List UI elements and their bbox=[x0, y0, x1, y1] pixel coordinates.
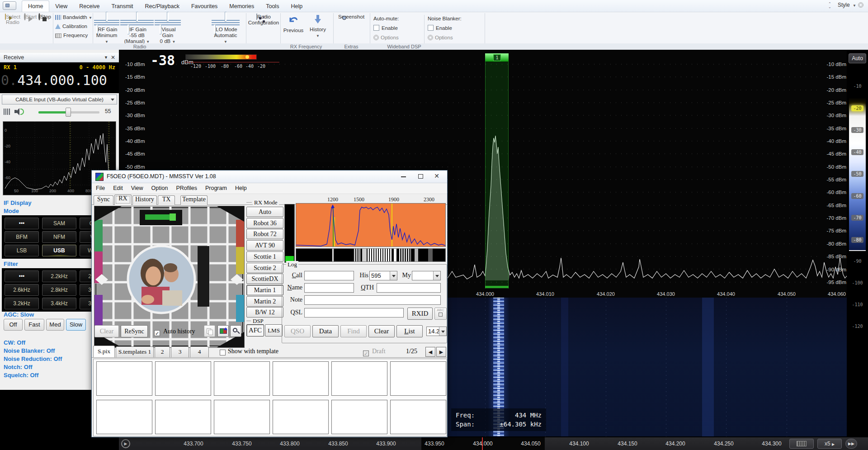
auto-mute-options-button[interactable]: Options bbox=[373, 35, 399, 40]
auto-mute-enable-checkbox[interactable]: Enable bbox=[373, 25, 398, 31]
qso-button[interactable]: QSO bbox=[284, 325, 311, 337]
mode-section-header[interactable]: Mode bbox=[4, 208, 19, 214]
notch-status[interactable]: Notch: Off bbox=[4, 364, 33, 370]
tab-2[interactable]: 2 bbox=[155, 346, 170, 357]
thumbnail-slot[interactable] bbox=[273, 400, 329, 434]
rxmode-robot72-button[interactable]: Robot 72 bbox=[246, 229, 283, 239]
name-input[interactable] bbox=[304, 283, 354, 293]
close-button[interactable]: ✕ bbox=[430, 172, 443, 181]
palette-auto-button[interactable]: Auto bbox=[849, 53, 866, 63]
noise-blanker-options-button[interactable]: Options bbox=[428, 35, 453, 40]
ribbon-collapse-icon[interactable]: ⌃⌄ bbox=[828, 2, 831, 9]
resync-button[interactable]: ReSync bbox=[121, 325, 148, 337]
abc-spellcheck-button[interactable]: ABC bbox=[434, 308, 447, 320]
audio-device-dropdown[interactable]: CABLE Input (VB-Audio Virtual Cable) bbox=[2, 95, 117, 104]
menu-view[interactable]: View bbox=[127, 183, 147, 194]
rxmode-scottiedx-button[interactable]: ScottieDX bbox=[246, 274, 283, 284]
thumbnail-slot[interactable] bbox=[214, 361, 270, 396]
tab-help[interactable]: Help bbox=[285, 1, 308, 12]
tab-view[interactable]: View bbox=[49, 1, 73, 12]
panel-menu-icon[interactable]: ▼ bbox=[104, 53, 108, 62]
speaker-icon[interactable] bbox=[14, 108, 24, 116]
filter-more-button[interactable]: ••• bbox=[5, 270, 39, 282]
copy-image-button[interactable] bbox=[204, 325, 215, 337]
clear-log-button[interactable]: Clear bbox=[368, 325, 395, 337]
calibration-button[interactable]: Calibration bbox=[55, 24, 94, 33]
show-with-template-checkbox[interactable] bbox=[220, 348, 226, 356]
stop-button[interactable]: Stop bbox=[38, 14, 52, 19]
rx-region-number[interactable]: 1 bbox=[493, 54, 501, 61]
filter-22-button[interactable]: 2.2kHz bbox=[42, 270, 76, 282]
tab-template[interactable]: Template bbox=[180, 195, 208, 205]
mode-lsb-button[interactable]: LSB bbox=[5, 245, 39, 256]
sstv-audio-spectrum[interactable] bbox=[296, 203, 446, 247]
tab-sync[interactable]: Sync bbox=[94, 195, 113, 205]
rxmode-robot36-button[interactable]: Robot 36 bbox=[246, 218, 283, 228]
mode-nfm-button[interactable]: NFM bbox=[42, 231, 76, 243]
noise-blanker-enable-checkbox[interactable]: Enable bbox=[428, 25, 452, 31]
clear-image-button[interactable]: Clear bbox=[94, 325, 119, 337]
select-radio-button[interactable]: Select Radio bbox=[3, 14, 23, 25]
history-button[interactable]: History▼ bbox=[307, 14, 328, 39]
thumbnail-slot[interactable] bbox=[273, 361, 329, 396]
panel-close-icon[interactable]: ✕ bbox=[111, 53, 115, 62]
zoom-level-button[interactable]: x5 ▶ bbox=[817, 439, 842, 449]
filter-28-button[interactable]: 2.8kHz bbox=[42, 284, 76, 296]
if-display-link[interactable]: IF Display bbox=[4, 199, 31, 206]
tab-spix[interactable]: S.pix bbox=[93, 346, 115, 357]
volume-slider-thumb[interactable] bbox=[66, 108, 71, 117]
thumbnail-slot[interactable] bbox=[331, 361, 387, 396]
rxmode-martin1-button[interactable]: Martin 1 bbox=[246, 285, 283, 295]
thumbnail-slot[interactable] bbox=[331, 400, 387, 434]
dropdown-arrow-icon[interactable] bbox=[439, 327, 446, 336]
keyboard-entry-button[interactable] bbox=[789, 439, 814, 449]
tab-memories[interactable]: Memories bbox=[223, 1, 260, 12]
tab-favourites[interactable]: Favourites bbox=[185, 1, 223, 12]
screenshot-button[interactable]: Screenshot bbox=[336, 14, 366, 20]
bandwidth-button[interactable]: Bandwidth ▼ bbox=[55, 14, 94, 24]
tab-tools[interactable]: Tools bbox=[260, 1, 285, 12]
draft-checkbox[interactable] bbox=[363, 348, 369, 356]
palette-gradient[interactable] bbox=[849, 66, 866, 251]
picture-viewer-button[interactable] bbox=[217, 325, 229, 337]
dropdown-arrow-icon[interactable] bbox=[433, 271, 440, 280]
lms-button[interactable]: LMS bbox=[265, 324, 283, 336]
tab-history[interactable]: History bbox=[132, 195, 157, 205]
menu-option[interactable]: Option bbox=[147, 183, 172, 194]
filter-34-button[interactable]: 3.4kHz bbox=[42, 298, 76, 309]
app-menu-button[interactable] bbox=[3, 1, 16, 10]
rxmode-auto-button[interactable]: Auto bbox=[246, 207, 283, 217]
dropdown-arrow-icon[interactable] bbox=[390, 271, 397, 280]
thumbnail-slot[interactable] bbox=[390, 361, 446, 396]
thumbnail-slot[interactable] bbox=[214, 400, 270, 434]
frequency-display[interactable]: RX 1 0 - 4000 Hz 0.434.000.100 bbox=[0, 62, 119, 93]
thumbnail-slot[interactable] bbox=[96, 361, 152, 396]
band-navigation-scale[interactable]: ▶ 433.700 433.750 433.800 433.850 433.90… bbox=[119, 437, 868, 450]
rx-region-highlight[interactable] bbox=[485, 53, 509, 289]
band-scroll-left-button[interactable]: ▶ bbox=[121, 439, 130, 448]
filter-32-button[interactable]: 3.2kHz bbox=[5, 298, 39, 309]
tab-rec-playback[interactable]: Rec/Playback bbox=[139, 1, 185, 12]
maximize-button[interactable] bbox=[414, 172, 427, 181]
agc-section-header[interactable]: AGC: Slow bbox=[4, 311, 34, 318]
my-rst-combo[interactable] bbox=[412, 271, 441, 280]
rxmode-martin2-button[interactable]: Martin 2 bbox=[246, 296, 283, 307]
mode-usb-button[interactable]: USB bbox=[42, 245, 76, 256]
page-previous-button[interactable]: ◀ bbox=[425, 347, 435, 357]
agc-fast-button[interactable]: Fast bbox=[24, 319, 44, 331]
frequency-button[interactable]: Frequency bbox=[55, 33, 94, 42]
tuned-frequency[interactable]: 0.434.000.100 bbox=[1, 72, 118, 88]
tab-receive[interactable]: Receive bbox=[73, 1, 105, 12]
agc-med-button[interactable]: Med bbox=[46, 319, 64, 331]
lo-mode-button[interactable]: LO ModeAutomatic ▼ bbox=[212, 14, 240, 45]
tab-rx[interactable]: RX bbox=[114, 194, 132, 205]
settings-gear-icon[interactable] bbox=[858, 2, 863, 8]
tab-home[interactable]: Home bbox=[22, 0, 49, 12]
find-button[interactable]: Find bbox=[340, 325, 367, 337]
tab-4[interactable]: 4 bbox=[190, 346, 209, 357]
mode-more-button[interactable]: ••• bbox=[5, 218, 39, 229]
noise-blanker-status[interactable]: Noise Blanker: Off bbox=[4, 347, 55, 354]
menu-file[interactable]: File bbox=[92, 183, 109, 194]
style-dropdown-arrow[interactable]: ▼ bbox=[853, 4, 856, 8]
filter-section-header[interactable]: Filter bbox=[4, 261, 18, 267]
